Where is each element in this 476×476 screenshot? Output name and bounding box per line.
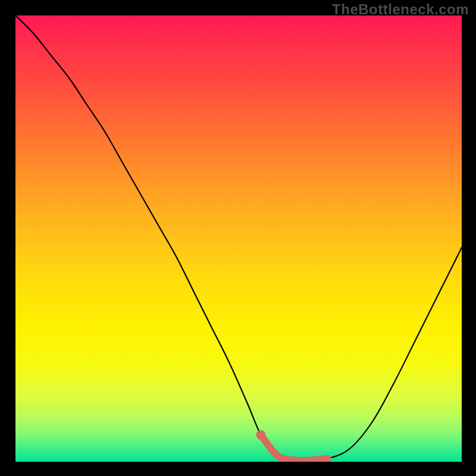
chart-svg bbox=[15, 15, 462, 462]
plot-area bbox=[15, 15, 462, 462]
chart-canvas: TheBottleneck.com bbox=[0, 0, 476, 476]
optimal-range-marker bbox=[256, 430, 266, 440]
gradient-background bbox=[15, 15, 462, 462]
